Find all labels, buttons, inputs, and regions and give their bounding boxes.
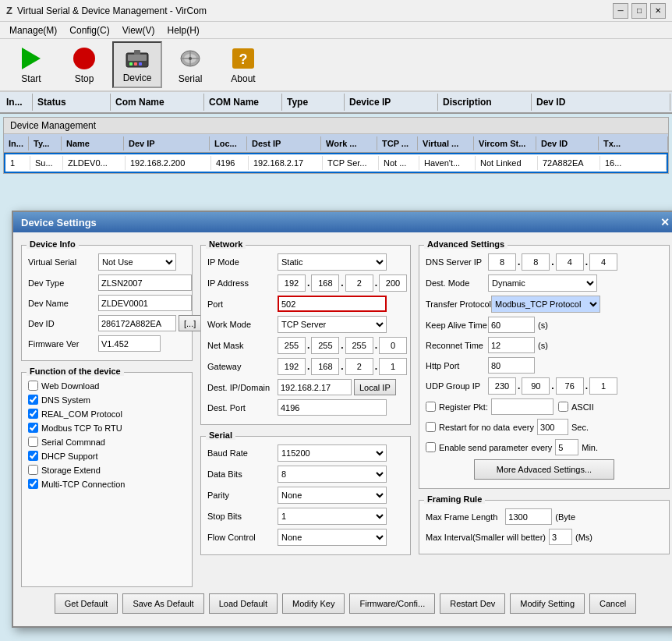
func-dhcp-check[interactable] [28, 451, 38, 461]
func-serial-cmd-label: Serial Commnad [41, 437, 105, 447]
work-mode-select[interactable]: TCP Server [278, 316, 387, 333]
udp-o1[interactable] [488, 377, 516, 395]
port-input[interactable] [278, 296, 387, 312]
device-row[interactable]: 1 Su... ZLDEV0... 192.168.2.200 4196 192… [4, 153, 668, 173]
keepalive-label: Keep Alive Time [426, 320, 488, 330]
start-button[interactable]: Start [6, 41, 56, 88]
udp-ip-group: . . . [488, 377, 617, 395]
close-button[interactable]: ✕ [650, 3, 666, 19]
maximize-button[interactable]: □ [631, 3, 647, 19]
local-ip-button[interactable]: Local IP [354, 379, 396, 395]
device-button[interactable]: Device [112, 41, 162, 88]
func-serial-cmd-check[interactable] [28, 437, 38, 447]
func-web-download-label: Web Download [41, 381, 99, 391]
enable-unit: Min. [582, 443, 598, 452]
ascii-check[interactable] [558, 402, 568, 412]
ip-o4[interactable] [379, 274, 407, 292]
framing-rule-section: Framing Rule Max Frame Length (Byte Max … [419, 500, 670, 554]
data-bits-select[interactable]: 8 [278, 466, 387, 483]
transfer-protocol-select[interactable]: Modbus_TCP Protocol [491, 296, 600, 313]
gw-o4[interactable] [379, 358, 407, 375]
enable-every-input[interactable] [555, 439, 578, 455]
enable-send-check[interactable] [426, 442, 436, 452]
gw-o3[interactable] [345, 358, 373, 375]
udp-o2[interactable] [522, 377, 550, 395]
cancel-button[interactable]: Cancel [589, 593, 636, 614]
restart-dev-button[interactable]: Restart Dev [440, 593, 505, 614]
row-loc: 4196 [211, 156, 249, 170]
nm-o2[interactable] [311, 337, 339, 354]
menu-view[interactable]: View(V) [116, 23, 161, 37]
func-web-download-check[interactable] [28, 381, 38, 391]
about-button[interactable]: ? About [218, 41, 268, 88]
register-pkt-input[interactable] [491, 398, 554, 415]
stop-button[interactable]: Stop [59, 41, 109, 88]
stop-bits-select[interactable]: 1 [278, 508, 387, 525]
func-modbus-check[interactable] [28, 423, 38, 433]
more-advanced-button[interactable]: More Advaced Settings... [474, 459, 614, 480]
flow-control-select[interactable]: None [278, 529, 387, 546]
nm-o1[interactable] [278, 337, 306, 354]
func-multitcp-check[interactable] [28, 479, 38, 489]
load-default-button[interactable]: Load Default [209, 593, 278, 614]
menu-bar: Manage(M) Config(C) View(V) Help(H) [0, 22, 672, 39]
minimize-button[interactable]: ─ [613, 3, 628, 19]
keepalive-input[interactable] [488, 317, 535, 333]
dev-id-input[interactable] [98, 315, 176, 331]
serial-button[interactable]: Serial [165, 41, 215, 88]
ip-o3[interactable] [345, 274, 373, 292]
modify-setting-button[interactable]: Modify Setting [510, 593, 585, 614]
col-devid: Dev ID [532, 94, 670, 111]
restart-unit: Sec. [571, 423, 589, 432]
menu-help[interactable]: Help(H) [161, 23, 206, 37]
dev-id-button[interactable]: [...] [179, 315, 201, 331]
dns-o1[interactable] [488, 253, 516, 271]
ip-mode-select[interactable]: Static [278, 253, 387, 271]
dns-o3[interactable] [556, 253, 584, 271]
virtual-serial-row: Virtual Serial Not Use [28, 253, 186, 271]
dns-o4[interactable] [589, 253, 617, 271]
menu-config[interactable]: Config(C) [63, 23, 115, 37]
row-name: ZLDEV0... [63, 156, 126, 170]
ip-mode-row: IP Mode Static [207, 253, 404, 271]
baud-rate-select[interactable]: 115200 [278, 444, 387, 462]
register-pkt-check[interactable] [426, 402, 436, 412]
ip-o2[interactable] [311, 274, 339, 292]
dest-ip-input[interactable] [278, 379, 352, 395]
gw-o2[interactable] [311, 358, 339, 375]
dest-mode-select[interactable]: Dynamic [488, 274, 597, 292]
dev-type-input[interactable] [98, 274, 192, 291]
restart-no-data-check[interactable] [426, 422, 436, 432]
device-mgmt-title: Device Management [4, 118, 668, 134]
gw-o1[interactable] [278, 358, 306, 375]
firmware-ver-input[interactable] [98, 335, 161, 352]
parity-select[interactable]: None [278, 487, 387, 504]
dialog-title-text: Device Settings [21, 217, 97, 228]
nm-o3[interactable] [345, 337, 373, 354]
virtual-serial-select[interactable]: Not Use [98, 253, 176, 271]
func-realcom-check[interactable] [28, 409, 38, 419]
func-storage-check[interactable] [28, 465, 38, 475]
row-destip: 192.168.2.17 [249, 156, 323, 170]
save-as-default-button[interactable]: Save As Default [122, 593, 203, 614]
max-interval-input[interactable] [549, 529, 572, 545]
firmware-config-button[interactable]: Firmware/Confi... [349, 593, 435, 614]
reconnet-row: Reconnet Time (s) [426, 337, 663, 353]
menu-manage[interactable]: Manage(M) [3, 23, 63, 37]
dns-o2[interactable] [522, 253, 550, 271]
max-frame-length-input[interactable] [505, 508, 552, 525]
restart-every-input[interactable] [537, 419, 568, 435]
nm-o4[interactable] [379, 337, 407, 354]
dth-destip: Dest IP [247, 136, 321, 151]
reconnet-input[interactable] [488, 337, 535, 353]
func-dns-check[interactable] [28, 395, 38, 405]
udp-o4[interactable] [589, 377, 617, 395]
udp-o3[interactable] [556, 377, 584, 395]
dest-port-input[interactable] [278, 399, 387, 416]
dialog-close-button[interactable]: ✕ [660, 216, 670, 228]
dev-name-input[interactable] [98, 295, 192, 311]
ip-o1[interactable] [278, 274, 306, 292]
http-port-input[interactable] [488, 357, 535, 374]
modify-key-button[interactable]: Modify Key [282, 593, 345, 614]
get-default-button[interactable]: Get Default [55, 593, 118, 614]
